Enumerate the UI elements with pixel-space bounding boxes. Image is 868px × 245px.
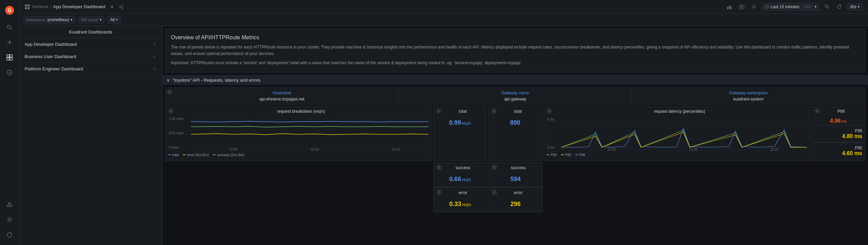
svg-text:12:10: 12:10 <box>689 147 697 150</box>
refresh-interval-picker[interactable]: 30s ▾ <box>847 3 863 11</box>
alerting-icon[interactable] <box>3 198 16 212</box>
gateway-namespace-value: kuadrant-system <box>636 97 861 101</box>
dashboards-icon[interactable] <box>3 51 16 64</box>
refresh-button[interactable] <box>835 2 844 12</box>
p99-header: i P99 <box>812 106 865 115</box>
time-range-chevron: ▾ <box>815 5 816 9</box>
latency-chart: 5 ms 0 ms 12:05 12:10 12:15 <box>547 117 807 151</box>
error-rate-panel: i error 0.33req/s <box>433 187 487 212</box>
overview-panel: Overview of API/HTTPRoute Metrics The ro… <box>165 29 865 72</box>
info-icon: i <box>436 108 442 114</box>
p90-stat: P90 4.60 ms <box>813 142 864 159</box>
latency-chart-area: 5 ms 0 ms 12:05 12:10 12:15 <box>544 115 810 152</box>
total-rate-title: total <box>442 108 484 114</box>
svg-rect-26 <box>730 6 732 9</box>
info-icon: i <box>436 190 442 195</box>
section-title: "toystore" API - Requests, latency and e… <box>173 78 260 83</box>
info-row: i Hostname api.ehearne.hcpapps.net Gatew… <box>165 87 865 105</box>
list-item[interactable]: App Developer Dashboard ☆ <box>19 38 162 51</box>
breadcrumb: General / App Developer Dashboard ★ <box>25 3 722 11</box>
info-icon: i <box>547 108 552 114</box>
p99-value: 4.96ms <box>813 117 864 125</box>
stats-row-2: i success 0.66req/s i success <box>165 162 865 187</box>
star-icon[interactable]: ☆ <box>153 66 157 71</box>
svg-point-28 <box>741 6 743 8</box>
refresh-interval-chevron: ▾ <box>858 5 859 9</box>
zoom-out-button[interactable] <box>822 2 832 12</box>
gateway-name-cell: Gateway name api-gateway <box>399 88 632 104</box>
list-item[interactable]: Business User Dashboard ☆ <box>19 51 162 63</box>
total-count-panel: i total 890 <box>488 106 542 161</box>
info-icon: i <box>492 190 497 195</box>
info-icon: i <box>436 165 442 170</box>
info-icon: i <box>814 108 820 114</box>
svg-rect-7 <box>10 55 12 57</box>
svg-line-23 <box>120 7 122 8</box>
dashboard-main: Overview of API/HTTPRoute Metrics The ro… <box>162 26 868 245</box>
api-name-filter[interactable]: API name ▾ <box>78 16 104 23</box>
p90-value: 4.60 ms <box>814 150 862 156</box>
error-rate-value: 0.33req/s <box>434 196 487 212</box>
add-icon[interactable] <box>3 36 16 49</box>
share-button[interactable] <box>117 3 125 11</box>
all-chevron: ▾ <box>116 18 118 22</box>
p95-value: 4.80 ms <box>814 133 862 139</box>
shield-icon[interactable] <box>3 228 16 242</box>
latency-title: request latency (percentiles) <box>552 108 807 114</box>
grafana-logo[interactable]: G <box>3 3 16 17</box>
search-icon[interactable] <box>3 21 16 34</box>
svg-rect-6 <box>7 55 9 57</box>
p99-label: P99 <box>820 108 862 114</box>
section-header[interactable]: ∨ "toystore" API - Requests, latency and… <box>162 75 868 85</box>
legend-success: success (2xx,3xx) <box>213 153 244 157</box>
svg-rect-9 <box>10 58 12 60</box>
hostname-cell: Hostname api.ehearne.hcpapps.net <box>165 88 399 104</box>
datasource-filter[interactable]: Datasource prometheus ▾ <box>23 16 75 24</box>
metrics-container: i Hostname api.ehearne.hcpapps.net Gatew… <box>162 85 868 216</box>
svg-text:12:05: 12:05 <box>608 147 616 150</box>
error-count-value: 296 <box>489 196 542 212</box>
star-icon[interactable]: ☆ <box>153 54 157 59</box>
svg-rect-17 <box>25 7 27 9</box>
svg-point-11 <box>9 72 10 73</box>
datasource-label: Datasource <box>26 18 45 22</box>
time-range-label: Last 15 minutes <box>770 4 799 9</box>
chart-title: request breakdown (req/s) <box>174 108 429 114</box>
snapshot-button[interactable] <box>737 2 747 12</box>
datasource-chevron: ▾ <box>71 18 72 22</box>
error-count-header: i error <box>489 188 542 196</box>
settings-icon[interactable] <box>3 213 16 227</box>
dashboards-panel: Kuadrant Dashboards App Developer Dashbo… <box>19 26 162 245</box>
star-button[interactable]: ★ <box>109 3 115 11</box>
explore-icon[interactable] <box>3 66 16 79</box>
legend-error: error (4xx,5xx) <box>183 153 209 157</box>
legend-total: total <box>168 153 179 157</box>
sidebar: G <box>0 0 19 245</box>
hostname-info-icon: i <box>167 89 172 95</box>
legend-p90-label: P90 <box>565 153 571 157</box>
svg-point-29 <box>753 6 755 8</box>
svg-text:12:10: 12:10 <box>310 147 319 150</box>
api-name-chevron: ▾ <box>100 18 101 22</box>
list-item[interactable]: Platform Engineer Dashboard ☆ <box>19 63 162 75</box>
total-rate-value: 0.99req/s <box>433 115 487 131</box>
settings-button[interactable] <box>749 2 759 12</box>
time-range-picker[interactable]: Last 15 minutes UTC ▾ <box>762 3 819 11</box>
latency-legend: P95 P90 P99 <box>544 152 810 158</box>
spacer5 <box>544 187 811 212</box>
star-icon[interactable]: ☆ <box>153 42 157 47</box>
all-filter[interactable]: All ▾ <box>107 16 121 24</box>
grid-icon <box>25 4 30 10</box>
info-icon: i <box>491 108 497 114</box>
svg-text:0 req/s: 0 req/s <box>169 145 179 149</box>
dashboard-name: App Developer Dashboard <box>25 42 77 47</box>
chart-type-button[interactable] <box>725 2 734 12</box>
breadcrumb-general[interactable]: General <box>32 4 48 9</box>
breadcrumb-sep: / <box>50 4 51 9</box>
total-rate-panel: i total 0.99req/s <box>433 106 487 161</box>
dashboards-panel-header: Kuadrant Dashboards <box>19 26 162 38</box>
total-count-title: total <box>497 108 539 114</box>
legend-error-dot <box>183 154 186 155</box>
svg-line-34 <box>828 8 829 9</box>
legend-error-label: error (4xx,5xx) <box>187 153 209 157</box>
